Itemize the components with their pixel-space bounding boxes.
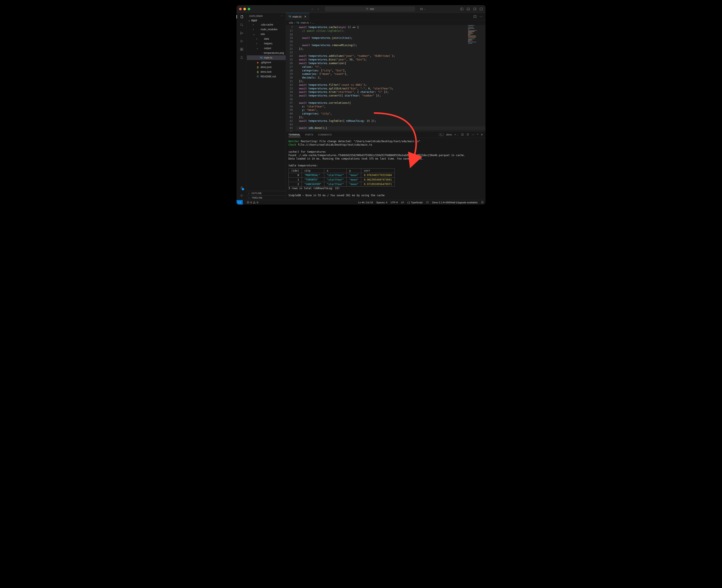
language-mode-button[interactable]: { } TypeScript bbox=[407, 201, 422, 204]
split-editor-button[interactable] bbox=[473, 15, 477, 18]
svg-line-13 bbox=[242, 25, 243, 26]
copilot-icon bbox=[420, 7, 423, 11]
svg-point-22 bbox=[241, 187, 242, 188]
terminal-table: (idx)cityxycorr0"MONTREAL""startYear""me… bbox=[288, 168, 395, 187]
minimize-window-button[interactable] bbox=[243, 8, 246, 10]
outline-section[interactable]: ›OUTLINE bbox=[247, 191, 286, 195]
maximize-window-button[interactable] bbox=[248, 8, 250, 10]
activity-run[interactable] bbox=[240, 39, 243, 43]
file-item[interactable]: ◆.gitignore bbox=[247, 60, 286, 65]
remote-button[interactable] bbox=[237, 200, 243, 205]
cursor-position[interactable]: Ln 44, Col 18 bbox=[358, 201, 373, 204]
encoding-button[interactable]: UTF-8 bbox=[390, 201, 398, 204]
panel-more-button[interactable]: ⋯ bbox=[472, 133, 474, 136]
layout-secondary-side-icon[interactable] bbox=[473, 7, 477, 11]
terminal-profile-icon: >_ bbox=[439, 133, 443, 136]
svg-point-14 bbox=[240, 32, 241, 33]
notifications-button[interactable] bbox=[481, 201, 484, 204]
svg-point-16 bbox=[242, 33, 243, 34]
folder-item[interactable]: ›.sda-cache bbox=[247, 22, 286, 27]
explorer-sidebar: EXPLORER ⋯ ⌄TEST ›.sda-cache›node_module… bbox=[247, 13, 286, 200]
activity-settings[interactable] bbox=[240, 194, 243, 197]
layout-customize-icon[interactable] bbox=[480, 7, 483, 11]
new-terminal-button[interactable]: + bbox=[454, 133, 456, 136]
panel-tab-ports[interactable]: PORTS bbox=[305, 132, 313, 137]
error-icon bbox=[247, 201, 249, 204]
folder-item[interactable]: ›node_modules bbox=[247, 27, 286, 32]
titlebar: ← → test ⌄ bbox=[237, 5, 485, 13]
deno-status[interactable]: Deno 2.1.9+28834a8 (Upgrade available) bbox=[432, 201, 478, 204]
svg-point-23 bbox=[241, 195, 242, 196]
timeline-section[interactable]: ›TIMELINE bbox=[247, 195, 286, 200]
minimap[interactable] bbox=[468, 25, 484, 44]
svg-rect-11 bbox=[480, 8, 482, 10]
file-item[interactable]: {}deno.json bbox=[247, 65, 286, 69]
activity-explorer[interactable] bbox=[237, 15, 247, 18]
file-item[interactable]: ▫temperatures.png bbox=[247, 50, 286, 55]
editor-more-button[interactable]: ⋯ bbox=[480, 15, 482, 18]
tab-label: main.ts bbox=[293, 15, 302, 18]
file-item[interactable]: {}deno.lock bbox=[247, 69, 286, 74]
eol-button[interactable]: LF bbox=[401, 201, 404, 204]
maximize-panel-button[interactable]: ^ bbox=[477, 133, 478, 136]
activity-testing[interactable] bbox=[240, 56, 243, 59]
files-icon bbox=[240, 15, 244, 18]
activity-extensions[interactable] bbox=[240, 48, 243, 51]
layout-panel-icon[interactable] bbox=[467, 7, 470, 11]
split-terminal-button[interactable] bbox=[461, 133, 464, 136]
problems-button[interactable]: 0 0 bbox=[247, 201, 258, 204]
svg-rect-20 bbox=[240, 49, 241, 50]
file-icon: ▫ bbox=[262, 52, 262, 54]
svg-line-1 bbox=[368, 9, 368, 10]
window-title: test bbox=[370, 7, 374, 10]
copilot-button[interactable]: ⌄ bbox=[420, 7, 426, 11]
kill-terminal-button[interactable] bbox=[466, 133, 469, 136]
file-item[interactable]: ⓘREADME.md bbox=[247, 74, 286, 79]
file-icon: ⓘ bbox=[256, 75, 259, 78]
layout-controls bbox=[460, 7, 483, 11]
activity-scm[interactable] bbox=[240, 31, 243, 35]
svg-rect-9 bbox=[474, 8, 476, 10]
panel-tab-comments[interactable]: COMMENTS bbox=[318, 132, 332, 137]
nav-back-button[interactable]: ← bbox=[311, 7, 314, 10]
nav-forward-button[interactable]: → bbox=[317, 7, 319, 10]
copilot-status[interactable] bbox=[426, 201, 429, 204]
activity-bar bbox=[237, 13, 247, 200]
tab-main-ts[interactable]: TS main.ts ✕ bbox=[286, 13, 309, 20]
status-bar: 0 0 Ln 44, Col 18 Spaces: 4 UTF-8 LF { }… bbox=[237, 200, 485, 205]
explorer-project-header[interactable]: ⌄TEST bbox=[247, 19, 286, 22]
close-window-button[interactable] bbox=[239, 8, 242, 10]
breadcrumb[interactable]: sda› TSmain.ts› ... bbox=[286, 20, 485, 25]
terminal-output[interactable]: Watcher Restarting! File change detected… bbox=[286, 138, 485, 200]
terminal-label[interactable]: deno bbox=[446, 133, 452, 136]
svg-point-4 bbox=[422, 9, 422, 9]
activity-search[interactable] bbox=[240, 23, 243, 27]
svg-point-15 bbox=[240, 34, 241, 34]
close-panel-button[interactable]: ✕ bbox=[481, 133, 483, 136]
indentation-button[interactable]: Spaces: 4 bbox=[376, 201, 387, 204]
svg-marker-17 bbox=[241, 40, 243, 42]
layout-primary-side-icon[interactable] bbox=[460, 7, 464, 11]
panel: TERMINAL PORTS COMMENTS >_ deno +⌄ ⋯ ^ ✕… bbox=[286, 131, 485, 200]
ts-icon: TS bbox=[288, 16, 291, 18]
search-icon bbox=[366, 7, 369, 10]
vscode-window: ← → test ⌄ bbox=[237, 5, 485, 205]
file-icon: {} bbox=[256, 66, 259, 68]
svg-point-0 bbox=[366, 8, 368, 9]
file-item[interactable]: TSmain.ts bbox=[247, 55, 286, 60]
folder-item[interactable]: ›helpers bbox=[247, 41, 286, 46]
activity-account[interactable] bbox=[240, 186, 243, 190]
svg-rect-7 bbox=[467, 8, 469, 10]
explorer-more-button[interactable]: ⋯ bbox=[281, 15, 283, 17]
panel-tab-terminal[interactable]: TERMINAL bbox=[288, 132, 300, 137]
folder-item[interactable]: ⌄output bbox=[247, 46, 286, 50]
copilot-icon bbox=[426, 201, 429, 204]
tab-close-button[interactable]: ✕ bbox=[304, 15, 306, 18]
svg-rect-19 bbox=[242, 48, 243, 49]
code-editor[interactable]: 7171819202122232425262728293031323334353… bbox=[286, 25, 485, 131]
folder-item[interactable]: ›data bbox=[247, 37, 286, 41]
bell-icon bbox=[481, 201, 484, 204]
folder-item[interactable]: ⌄sda bbox=[247, 32, 286, 37]
panel-tabs: TERMINAL PORTS COMMENTS >_ deno +⌄ ⋯ ^ ✕ bbox=[286, 131, 485, 138]
command-center[interactable]: test bbox=[325, 6, 415, 12]
